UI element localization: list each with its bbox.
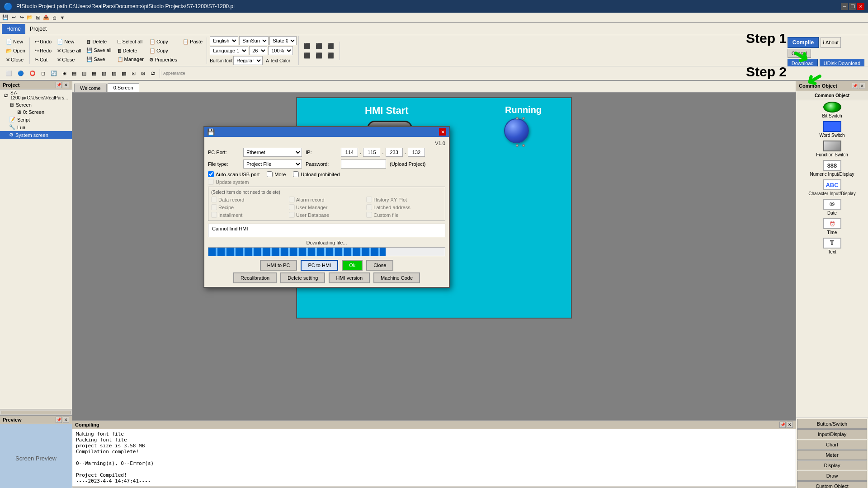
shape2-icon[interactable]: 🔵 <box>15 69 26 78</box>
rotate-icon[interactable]: 🔄 <box>48 69 59 78</box>
close-button[interactable]: ✕ <box>857 3 864 10</box>
auto-scan-checkbox[interactable] <box>208 171 214 177</box>
compile-panel-pin[interactable]: 📌 <box>779 422 786 428</box>
word-switch-item[interactable]: Word Switch <box>796 120 868 139</box>
ok-button[interactable]: Ok <box>342 260 363 271</box>
custom-file-checkbox[interactable] <box>366 212 372 218</box>
close3-button[interactable]: ✕ Close <box>55 56 83 64</box>
draw-btn[interactable]: Draw <box>797 471 867 481</box>
right-panel-close[interactable]: ✕ <box>859 83 865 89</box>
latched-addr-checkbox[interactable] <box>366 204 372 210</box>
font-select[interactable]: SimSun <box>239 36 269 45</box>
alarm-record-checkbox[interactable] <box>289 197 295 202</box>
close-dialog-button[interactable]: Close <box>366 260 393 271</box>
function-switch-item[interactable]: Function Switch <box>796 139 868 159</box>
print-icon[interactable]: 🖨 <box>51 14 58 21</box>
shape3-icon[interactable]: ⭕ <box>27 69 38 78</box>
align-bottom-icon[interactable]: ⬛ <box>325 51 336 60</box>
bit-switch-item[interactable]: Bit Switch <box>796 100 868 120</box>
align-right-icon[interactable]: ⬛ <box>325 42 336 51</box>
chart-btn[interactable]: Chart <box>797 440 867 450</box>
ungroup-icon[interactable]: ⊠ <box>139 69 147 78</box>
update-system-checkbox[interactable] <box>208 179 214 185</box>
hmi-to-pc-button[interactable]: HMI to PC <box>260 260 297 271</box>
cancel-button[interactable]: Cancel <box>788 49 811 58</box>
layout3-icon[interactable]: ▦ <box>90 69 99 78</box>
undo-button[interactable]: ↩ Undo <box>33 38 54 46</box>
tree-screen[interactable]: 🖥 Screen <box>0 101 72 108</box>
grid-icon[interactable]: ⊞ <box>60 69 69 78</box>
layer-icon[interactable]: 🗂 <box>148 69 158 77</box>
file-type-select[interactable]: Project File <box>243 160 302 169</box>
tree-root[interactable]: 🗂 S7-1200.pi(C:\Users\RealPars... <box>0 89 72 101</box>
right-panel-pin[interactable]: 📌 <box>852 83 858 89</box>
compile-panel-close[interactable]: ✕ <box>787 422 793 428</box>
restore-button[interactable]: ❐ <box>849 3 856 10</box>
display-btn[interactable]: Display <box>797 460 867 470</box>
text-item[interactable]: T Text <box>796 236 868 256</box>
close2-button[interactable]: ✕ Close all <box>55 47 83 55</box>
data-record-checkbox[interactable] <box>211 197 217 202</box>
preview-close-btn[interactable]: ✕ <box>63 417 69 423</box>
layout1-icon[interactable]: ▤ <box>70 69 79 78</box>
select-all-button[interactable]: ☐ Select all <box>115 38 146 46</box>
save-icon[interactable]: 💾 <box>2 14 9 21</box>
redo-icon[interactable]: ↪ <box>18 14 25 21</box>
dialog-close-icon[interactable]: ✕ <box>439 128 446 136</box>
manager-button[interactable]: 📋 Manager <box>115 55 146 64</box>
paste-button[interactable]: 📋 Paste <box>180 38 205 46</box>
properties-button[interactable]: ⚙ Properties <box>147 56 179 64</box>
character-display-item[interactable]: ABC Character Input/Display <box>796 178 868 197</box>
meter-btn[interactable]: Meter <box>797 450 867 460</box>
language-select[interactable]: English <box>210 36 238 45</box>
group-icon[interactable]: ⊡ <box>129 69 138 78</box>
date-item[interactable]: 09 Date <box>796 197 868 217</box>
undo-icon[interactable]: ↩ <box>10 14 17 21</box>
layout2-icon[interactable]: ▥ <box>80 69 89 78</box>
text-color-button[interactable]: A Text Color <box>264 57 292 65</box>
save-button2[interactable]: 💾 Save <box>84 55 113 64</box>
ip-field-1[interactable] <box>341 148 358 157</box>
password-input[interactable] <box>341 160 386 169</box>
save2-icon[interactable]: 🖫 <box>34 14 42 21</box>
pc-to-hmi-button[interactable]: PC to HMI <box>301 260 338 271</box>
project-pin-button[interactable]: 📌 <box>56 82 62 88</box>
tree-system-screen[interactable]: ⚙ System screen <box>0 131 72 139</box>
state-select[interactable]: State:0 <box>269 36 297 45</box>
layout6-icon[interactable]: ▩ <box>119 69 128 78</box>
custom-object-btn[interactable]: Custom Object <box>797 481 867 488</box>
ip-field-3[interactable] <box>386 148 403 157</box>
tab-0screen[interactable]: 0:Screen <box>108 83 139 92</box>
about-button[interactable]: ℹ About <box>821 37 841 48</box>
upload-prohibited-checkbox[interactable] <box>293 171 299 177</box>
shape1-icon[interactable]: ⬜ <box>4 69 14 78</box>
new-button[interactable]: 📄 S7-1200.pi(C:\Users\RealPars...) New <box>4 38 28 46</box>
input-display-btn[interactable]: Input/Display <box>797 429 867 439</box>
delete-setting-button[interactable]: Delete setting <box>280 272 325 283</box>
machine-code-button[interactable]: Machine Code <box>373 272 420 283</box>
open-icon[interactable]: 📂 <box>26 14 33 21</box>
menu-project[interactable]: Project <box>25 24 51 34</box>
layout4-icon[interactable]: ▧ <box>99 69 108 78</box>
pc-port-select[interactable]: Ethernet USB <box>243 148 302 157</box>
project-close-btn[interactable]: ✕ <box>63 82 69 88</box>
preview-pin-button[interactable]: 📌 <box>56 417 62 423</box>
project-scrollbar-h[interactable] <box>0 409 72 415</box>
copy2-button[interactable]: 📋 Copy <box>147 47 179 55</box>
language2-select[interactable]: Language 1 <box>210 46 248 55</box>
compile-scrollbar-h[interactable] <box>72 486 796 488</box>
layout5-icon[interactable]: ▨ <box>109 69 118 78</box>
tree-script[interactable]: 📝 Script <box>0 116 72 123</box>
align-middle-icon[interactable]: ⬛ <box>313 51 325 60</box>
tab-welcome[interactable]: Welcome <box>74 84 107 92</box>
font-size-select[interactable]: 26 <box>249 46 267 55</box>
zoom-select[interactable]: 100% <box>268 46 293 55</box>
user-database-checkbox[interactable] <box>289 212 295 218</box>
shape4-icon[interactable]: ◻ <box>39 69 47 78</box>
close-button2[interactable]: ✕ Close <box>4 56 28 64</box>
regular-select[interactable]: Regular <box>233 56 263 65</box>
button-switch-btn[interactable]: Button/Switch <box>797 419 867 429</box>
align-center-icon[interactable]: ⬛ <box>313 42 325 51</box>
tree-lua[interactable]: 🔧 Lua <box>0 123 72 131</box>
history-xy-checkbox[interactable] <box>366 197 372 202</box>
